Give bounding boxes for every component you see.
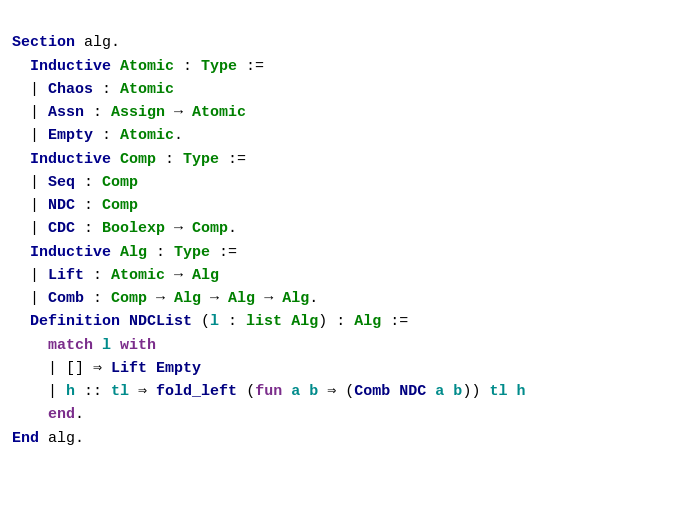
- line5: | Empty : Atomic.: [12, 127, 183, 144]
- line3: | Chaos : Atomic: [12, 81, 174, 98]
- line1: Section alg.: [12, 34, 120, 51]
- line8: | NDC : Comp: [12, 197, 138, 214]
- line2: Inductive Atomic : Type :=: [12, 58, 264, 75]
- line15: | [] ⇒ Lift Empty: [12, 360, 201, 377]
- line18: End alg.: [12, 430, 84, 447]
- line4: | Assn : Assign → Atomic: [12, 104, 246, 121]
- line10: Inductive Alg : Type :=: [12, 244, 237, 261]
- line17: end.: [12, 406, 84, 423]
- line6: Inductive Comp : Type :=: [12, 151, 246, 168]
- line16: | h :: tl ⇒ fold_left (fun a b ⇒ (Comb N…: [12, 383, 525, 400]
- line14: match l with: [12, 337, 156, 354]
- line9: | CDC : Boolexp → Comp.: [12, 220, 237, 237]
- line13: Definition NDCList (l : list Alg) : Alg …: [12, 313, 408, 330]
- line12: | Comb : Comp → Alg → Alg → Alg.: [12, 290, 318, 307]
- line7: | Seq : Comp: [12, 174, 138, 191]
- code-display: Section alg. Inductive Atomic : Type := …: [12, 8, 673, 450]
- line11: | Lift : Atomic → Alg: [12, 267, 219, 284]
